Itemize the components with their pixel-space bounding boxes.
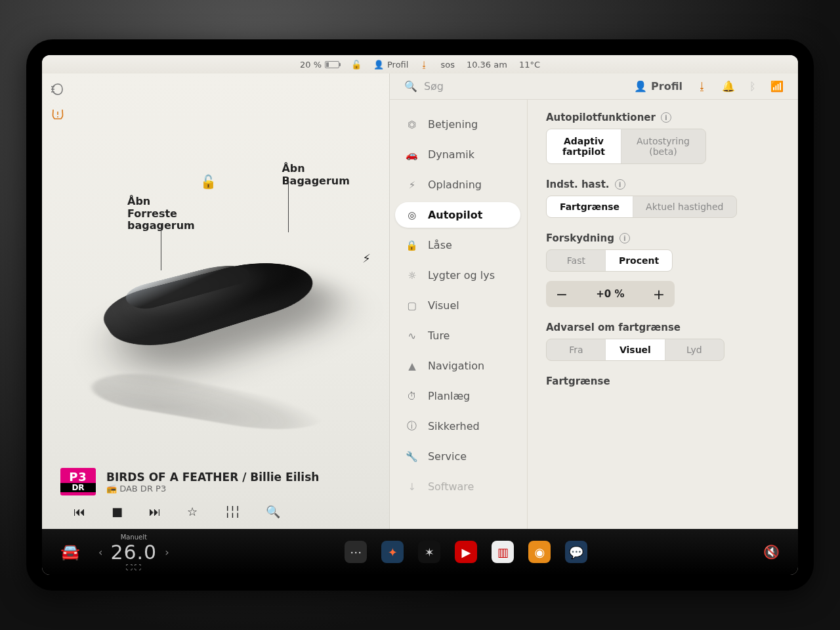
menu-label: Sikkerhed xyxy=(428,420,480,432)
schedule-icon: ⏱ xyxy=(406,390,419,402)
menu-software[interactable]: ↓Software xyxy=(395,474,520,499)
settings-body: ⏣Betjening 🚗Dynamik ⚡Opladning ◎Autopilo… xyxy=(390,100,798,529)
profile-status[interactable]: 👤 Profil xyxy=(373,60,408,70)
sos-label[interactable]: sos xyxy=(440,60,455,70)
info-icon[interactable]: i xyxy=(661,112,671,123)
profile-button[interactable]: 👤 Profil xyxy=(634,80,682,93)
menu-label: Autopilot xyxy=(428,209,482,221)
menu-label: Software xyxy=(428,480,474,493)
menu-lygter[interactable]: ☼Lygter og lys xyxy=(395,262,520,288)
info-icon[interactable]: i xyxy=(620,233,630,243)
menu-lase[interactable]: 🔒Låse xyxy=(395,232,520,258)
car-unlock-icon[interactable]: 🔓 xyxy=(200,174,217,190)
light-icon: ☼ xyxy=(406,270,419,282)
download-icon[interactable]: ⭳ xyxy=(420,60,429,70)
opt-speed-limit[interactable]: Fartgrænse xyxy=(547,196,633,217)
cellular-icon[interactable]: 📶 xyxy=(770,80,784,93)
search-row: 🔍 Søg 👤 Profil ⭳ 🔔 ᛒ 📶 xyxy=(390,74,798,100)
set-speed-section: Indst. hast.i Fartgrænse Aktuel hastighe… xyxy=(546,178,780,218)
section-title: Forskydningi xyxy=(546,232,780,244)
opt-sound[interactable]: Lyd xyxy=(665,339,724,360)
menu-label: Visuel xyxy=(428,299,459,312)
unlock-icon[interactable]: 🔓 xyxy=(351,60,362,70)
next-button[interactable]: ⏭ xyxy=(149,505,161,518)
menu-opladning[interactable]: ⚡Opladning xyxy=(395,172,520,198)
menu-label: Lygter og lys xyxy=(428,269,495,282)
set-speed-toggle: Fartgrænse Aktuel hastighed xyxy=(546,196,738,218)
section-title: Fartgrænse xyxy=(546,375,780,387)
battery-status[interactable]: 20 % xyxy=(300,60,339,70)
opt-fixed[interactable]: Fast xyxy=(547,250,606,271)
section-title: Autopilotfunktioneri xyxy=(546,112,780,123)
offset-increase-button[interactable]: + xyxy=(643,281,675,307)
badge-bottom: DR xyxy=(60,483,96,492)
offset-value: +0 % xyxy=(578,288,643,300)
trunk-button[interactable]: Åbn Bagagerum xyxy=(282,151,350,200)
battery-icon xyxy=(325,61,339,68)
opt-percent[interactable]: Procent xyxy=(606,250,672,271)
prev-button[interactable]: ⏮ xyxy=(74,505,85,518)
menu-dynamik[interactable]: 🚗Dynamik xyxy=(395,142,520,167)
charge-bolt-icon[interactable]: ⚡ xyxy=(362,251,371,265)
menu-label: Opladning xyxy=(428,178,482,191)
climate-control[interactable]: ‹ Manuelt 26.0 ⛶ ⛶ › xyxy=(98,534,169,571)
right-panel: 🔍 Søg 👤 Profil ⭳ 🔔 ᛒ 📶 xyxy=(390,74,798,529)
mute-button[interactable]: 🔇 xyxy=(763,544,780,560)
opt-current-speed[interactable]: Aktuel hastighed xyxy=(633,196,736,217)
opt-autosteer[interactable]: Autostyring (beta) xyxy=(621,129,705,163)
menu-autopilot[interactable]: ◎Autopilot xyxy=(395,202,520,228)
nav-icon: ▲ xyxy=(406,360,419,372)
update-icon[interactable]: ⭳ xyxy=(697,80,707,93)
menu-service[interactable]: 🔧Service xyxy=(395,444,520,469)
app-media[interactable]: ✶ xyxy=(418,541,440,563)
app-more[interactable]: ⋯ xyxy=(345,541,367,563)
opt-adaptive-cruise[interactable]: Adaptiv fartpilot xyxy=(547,129,621,163)
app-nav[interactable]: ✦ xyxy=(381,541,404,563)
opt-off[interactable]: Fra xyxy=(547,339,606,360)
stop-button[interactable]: ■ xyxy=(112,505,123,518)
search-input[interactable]: 🔍 Søg xyxy=(404,80,622,93)
safety-icon: ⓘ xyxy=(406,420,419,432)
badge-top: P3 xyxy=(69,471,87,483)
frunk-button[interactable]: Åbn Forreste bagagerum xyxy=(127,184,195,244)
media-search-button[interactable]: 🔍 xyxy=(266,505,280,518)
content-split: Åbn Forreste bagagerum Åbn Bagagerum 🔓 ⚡… xyxy=(42,74,798,529)
app-tray: ⋯ ✦ ✶ ▶ ▥ ◉ 💬 xyxy=(188,541,745,563)
clock: 10.36 am xyxy=(467,60,507,70)
bluetooth-icon[interactable]: ᛒ xyxy=(749,80,756,93)
person-icon: 👤 xyxy=(634,80,647,93)
temp-down-button[interactable]: ‹ xyxy=(98,546,102,558)
autopilot-mode-toggle: Adaptiv fartpilot Autostyring (beta) xyxy=(546,129,706,164)
track-source: 📻 DAB DR P3 xyxy=(106,484,319,494)
wrench-icon: 🔧 xyxy=(406,451,419,463)
menu-planlaeg[interactable]: ⏱Planlæg xyxy=(395,383,520,409)
offset-decrease-button[interactable]: − xyxy=(546,281,578,307)
menu-ture[interactable]: ∿Ture xyxy=(395,323,520,348)
bell-icon[interactable]: 🔔 xyxy=(722,80,735,93)
menu-sikkerhed[interactable]: ⓘSikkerhed xyxy=(395,413,520,439)
favorite-button[interactable]: ☆ xyxy=(187,505,198,518)
info-icon[interactable]: i xyxy=(615,179,625,190)
car-visualization[interactable]: Åbn Forreste bagagerum Åbn Bagagerum 🔓 ⚡ xyxy=(42,74,389,460)
car-app-icon[interactable]: 🚘 xyxy=(60,543,80,561)
media-info[interactable]: P3 DR BIRDS OF A FEATHER / Billie Eilish… xyxy=(42,460,389,501)
app-youtube[interactable]: ▶ xyxy=(455,541,477,563)
equalizer-button[interactable]: ╎╎╎ xyxy=(224,505,240,518)
station-badge: P3 DR xyxy=(60,468,96,495)
opt-visual[interactable]: Visuel xyxy=(606,339,665,360)
menu-visuel[interactable]: ▢Visuel xyxy=(395,293,520,318)
bolt-icon: ⚡ xyxy=(406,179,419,191)
app-messages[interactable]: 💬 xyxy=(565,541,587,563)
app-audible[interactable]: ◉ xyxy=(528,541,551,563)
car-model xyxy=(92,254,335,358)
menu-label: Navigation xyxy=(428,360,484,372)
status-bar: 20 % 🔓 👤 Profil ⭳ sos 10.36 am 11°C xyxy=(42,55,798,74)
temp-up-button[interactable]: › xyxy=(165,546,169,558)
app-calendar[interactable]: ▥ xyxy=(492,541,514,563)
person-icon: 👤 xyxy=(373,60,384,70)
car-reflection xyxy=(80,365,344,435)
profile-label: Profil xyxy=(387,60,408,70)
menu-betjening[interactable]: ⏣Betjening xyxy=(395,112,520,137)
menu-navigation[interactable]: ▲Navigation xyxy=(395,353,520,379)
left-panel: Åbn Forreste bagagerum Åbn Bagagerum 🔓 ⚡… xyxy=(42,74,390,529)
